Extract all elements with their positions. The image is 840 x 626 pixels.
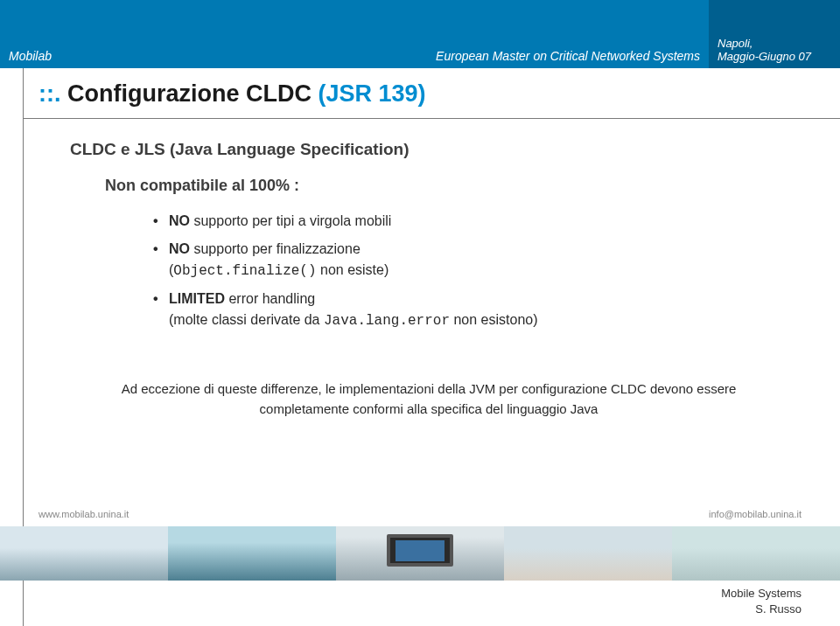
header-loc-line1: Napoli, [718,37,835,50]
footer-system: Mobile Systems [721,586,802,602]
b2-sub-close: non esiste) [317,262,389,277]
b1-bold: NO [169,213,190,228]
b3-sub-open: (molte classi derivate da [169,312,324,327]
footer-links: www.mobilab.unina.it info@mobilab.unina.… [38,509,802,519]
title-row: ::. Configurazione CLDC (JSR 139) [0,80,840,115]
footer-img-1 [0,526,168,581]
footer-bottom: Mobile Systems S. Russo [721,586,802,617]
b2-rest: supporto per finalizzazione [190,241,360,256]
header-location: Napoli, Maggio-Giugno 07 [709,0,840,68]
b3-mono: Java.lang.error [324,313,450,329]
bullet-2: NO supporto per finalizzazione (Object.f… [153,239,788,282]
b3-sub-close: non esistono) [450,312,538,327]
b2-bold: NO [169,241,190,256]
footer-images [0,526,840,581]
note-text: Ad eccezione di queste differenze, le im… [70,379,788,419]
footer-author: S. Russo [721,602,802,617]
title-jsr: (JSR 139) [318,80,425,107]
title-main: Configurazione CLDC [60,80,318,107]
bullet-list: NO supporto per tipi a virgola mobili NO… [153,211,788,331]
bullet-3: LIMITED error handling (molte classi der… [153,289,788,331]
header-brand-text: Mobilab [9,49,52,63]
bullet-1: NO supporto per tipi a virgola mobili [153,211,788,232]
title-dots: ::. [38,80,60,107]
page-title: ::. Configurazione CLDC (JSR 139) [0,80,426,115]
footer-img-3 [336,526,504,581]
compat-heading: Non compatibile al 100% : [105,177,788,195]
header-course-text: European Master on Critical Networked Sy… [436,49,700,63]
footer-img-2 [168,526,336,581]
b3-rest: error handling [225,291,315,306]
header: Mobilab European Master on Critical Netw… [0,0,840,68]
b3-bold: LIMITED [169,291,225,306]
tablet-icon [387,534,454,567]
b2-mono: Object.finalize() [173,263,316,279]
b1-rest: supporto per tipi a virgola mobili [190,213,391,228]
horizontal-divider [23,118,840,119]
content-area: CLDC e JLS (Java Language Specification)… [70,140,788,419]
footer-img-5 [672,526,840,581]
subtitle: CLDC e JLS (Java Language Specification) [70,140,788,159]
header-brand: Mobilab [0,0,394,68]
footer-url-left: www.mobilab.unina.it [38,509,129,519]
header-loc-line2: Maggio-Giugno 07 [718,50,835,63]
footer-email-right: info@mobilab.unina.it [709,509,802,519]
header-course: European Master on Critical Networked Sy… [394,0,709,68]
footer-img-4 [504,526,672,581]
